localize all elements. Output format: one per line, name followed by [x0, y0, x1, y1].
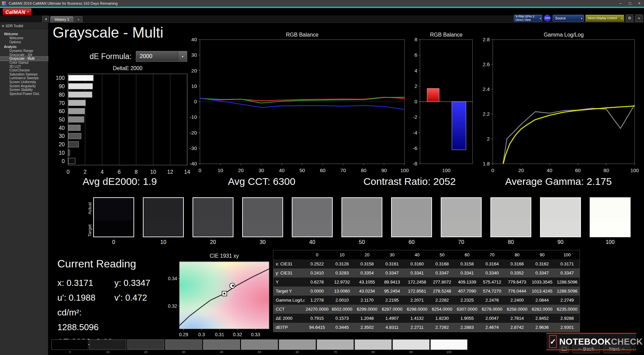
svg-text:0.32: 0.32 — [168, 303, 177, 309]
rgb-balance-line-plot: RGB Balance403020100-10-20-30-4001020304… — [181, 31, 413, 175]
sidebar-item-grayscale-multi[interactable]: Grayscale - Multi — [0, 57, 48, 61]
table-cell: 0.1573 — [330, 314, 355, 323]
row-label: Y — [273, 277, 305, 287]
svg-text:12: 12 — [167, 169, 173, 175]
meter-count-badge: 239 — [544, 15, 551, 21]
table-cell: 776.0444 — [504, 287, 530, 296]
page-title: Grayscale - Multi — [53, 24, 163, 41]
grayscale-swatch-strip: Actual Target 0102030405060708090100 — [48, 195, 644, 249]
table-cell: 0.3160 — [405, 259, 430, 268]
sidebar-item-screen-stability[interactable]: Screen Stability — [0, 88, 48, 92]
calman-menu-button[interactable]: CalMAN ▾ — [3, 8, 32, 15]
meter-button[interactable]: X-Rite i1Pro 2 Direct View ▾ — [514, 15, 542, 21]
maximize-button[interactable]: □ — [625, 0, 635, 7]
table-cell: 574.7270 — [480, 287, 505, 296]
table-cell: 172.8561 — [405, 287, 430, 296]
svg-text:0.29: 0.29 — [179, 332, 188, 337]
swatch-target-patch — [243, 220, 282, 237]
sidebar-item-dynamic-range[interactable]: Dynamic Range — [0, 49, 48, 53]
svg-text:RGB Balance: RGB Balance — [430, 32, 463, 38]
swatch-target-patch — [292, 220, 332, 237]
table-col-30: 30 — [380, 250, 405, 259]
svg-text:100: 100 — [442, 167, 450, 173]
gradient-label: 90 — [409, 350, 413, 354]
svg-text:-4: -4 — [413, 130, 417, 136]
svg-text:50: 50 — [59, 117, 65, 122]
gradient-step-30: 30 — [165, 339, 202, 354]
svg-text:10: 10 — [191, 83, 197, 89]
de-formula-dropdown[interactable]: 2000 ▾ — [136, 51, 187, 62]
settings-gear-button[interactable]: ⚙ — [626, 14, 633, 22]
rgb-balance-line-chart: RGB Balance403020100-10-20-30-4001020304… — [181, 31, 413, 175]
table-cell: 0.2410 — [305, 268, 330, 277]
table-cell: 94.6415 — [305, 323, 330, 332]
sidebar-item-spectral-power-dist[interactable]: Spectral Power Dist. — [0, 92, 48, 96]
table-cell: 6299.0000 — [355, 305, 380, 314]
row-label: CCT — [273, 305, 305, 314]
sidebar-item-color-gamut[interactable]: Color Gamut — [0, 61, 48, 65]
sidebar-item-luminance-sweeps[interactable]: Luminance Sweeps — [0, 76, 48, 80]
panel-pin-icon[interactable]: ◉ — [2, 24, 4, 28]
table-cell: 0.3347 — [554, 268, 580, 277]
table-cell: 1288.5096 — [554, 287, 580, 296]
swatch-target-patch — [491, 220, 531, 237]
sidebar-item-options[interactable]: Options — [0, 40, 48, 44]
table-cell: 13.0060 — [330, 287, 355, 296]
sidebar-item-screen-angularity[interactable]: Screen Angularity — [0, 84, 48, 88]
table-col-0: 0 — [305, 250, 330, 259]
svg-text:0.31: 0.31 — [215, 332, 224, 337]
collapse-sidebar-button[interactable]: ◀ — [42, 16, 49, 22]
sidebar-item-welcome[interactable]: Welcome — [0, 36, 48, 40]
chevron-down-icon: ▾ — [581, 17, 582, 20]
sidebar-item-saturation-sweeps[interactable]: Saturation Sweeps — [0, 72, 48, 77]
svg-text:1.8: 1.8 — [483, 161, 490, 166]
row-label: ΔE 2000 — [273, 314, 305, 323]
de-formula-label: dE Formula: — [90, 52, 131, 61]
svg-text:0: 0 — [67, 169, 70, 175]
swatch-target-patch — [590, 220, 630, 237]
sidebar-item-colorchecker[interactable]: ColorChecker — [0, 68, 48, 72]
tabbar: ◀ History 1 + X-Rite i1Pro 2 Direct View… — [0, 15, 644, 23]
gradient-label: 30 — [182, 350, 185, 354]
table-cell: 2.2749 — [554, 296, 580, 305]
table-col-50: 50 — [430, 250, 455, 259]
table-cell: 2.2325 — [454, 296, 480, 305]
table-col-80: 80 — [504, 250, 530, 259]
swatch-label: 80 — [490, 239, 531, 245]
sidebar-item-grayscale-2pt[interactable]: Grayscale - 2pt — [0, 53, 48, 57]
table-cell: 1.2778 — [305, 296, 330, 305]
swatch-0: 0 — [93, 197, 134, 245]
minimize-button[interactable]: – — [616, 0, 625, 7]
svg-text:4: 4 — [101, 169, 104, 175]
sidebar-item-3d-lut[interactable]: 3D LUT — [0, 65, 48, 69]
notebookcheck-watermark: ✓ NOTEBOOKCHECK — [546, 333, 636, 350]
table-cell: 0.3341 — [454, 268, 480, 277]
swatch-target-patch — [342, 220, 382, 237]
table-row-gamma-log-log: Gamma Log/Log1.27782.00102.11702.21952.2… — [273, 296, 580, 305]
add-tab-button[interactable]: + — [74, 16, 82, 22]
tab-history-1[interactable]: History 1 — [50, 16, 73, 22]
swatch-label: 10 — [143, 239, 184, 245]
sidebar-group-analysis[interactable]: Analysis — [0, 45, 48, 49]
close-button[interactable]: × — [635, 0, 644, 7]
gradient-step-20: 20 — [127, 339, 164, 354]
app-icon — [2, 1, 6, 5]
svg-text:90: 90 — [381, 167, 387, 173]
svg-text:30: 30 — [191, 52, 197, 58]
gradient-label: 100 — [446, 350, 451, 354]
table-row-x-cie31: x: CIE310.25220.31280.31580.31610.31600.… — [273, 259, 580, 268]
panel-expand-button[interactable]: » — [635, 14, 643, 22]
table-cell: 0.3283 — [330, 268, 355, 277]
table-cell: 6287.0000 — [380, 305, 405, 314]
sidebar-group-welcome[interactable]: Welcome — [0, 32, 48, 36]
gradient-step-40: 40 — [203, 339, 240, 354]
table-cell: 409.1339 — [454, 277, 480, 287]
gradient-step-60: 60 — [279, 339, 316, 354]
swatch-actual-patch — [243, 198, 282, 220]
table-cell: 0.6278 — [305, 277, 330, 287]
display-control-dropdown[interactable]: Direct Display Control ▾ — [586, 15, 624, 21]
swatch-target-patch — [144, 220, 183, 237]
sidebar-item-screen-uniformity[interactable]: Screen Uniformity — [0, 80, 48, 84]
source-dropdown[interactable]: Source ▾ — [553, 15, 584, 21]
svg-text:-10: -10 — [190, 114, 197, 120]
